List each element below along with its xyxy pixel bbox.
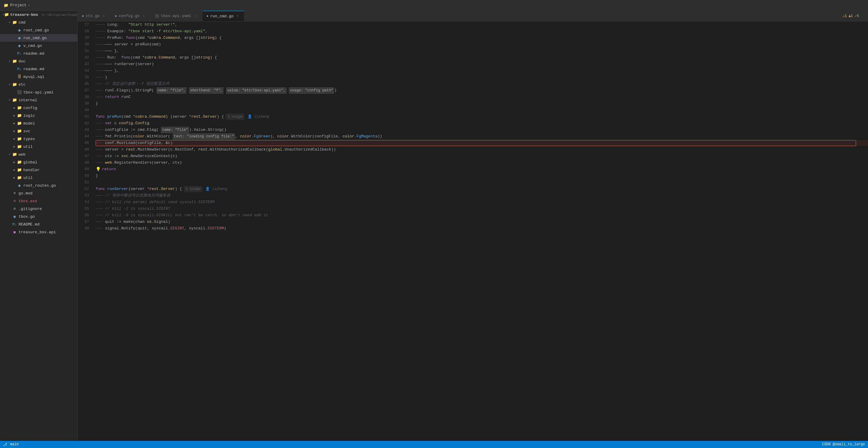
code-line-54: ——— // kill (no param) default send sysc… xyxy=(96,199,868,205)
code-line-40 xyxy=(96,107,868,113)
keyword-token: return xyxy=(102,166,116,173)
tab-ctx.go[interactable]: ●ctx.go× xyxy=(78,11,111,22)
sidebar-item-go.mod[interactable]: ≡go.mod xyxy=(0,189,78,197)
plain-token xyxy=(102,199,105,205)
sidebar-label-root_cmd.go: root_cmd.go xyxy=(23,28,49,33)
sidebar-item-etc-folder[interactable]: ▾📁etc xyxy=(0,81,78,89)
sidebar-item-util-web-folder[interactable]: ▶📁util xyxy=(0,174,78,181)
sidebar-label-root_routes.go: root_routes.go xyxy=(23,183,56,188)
tabs-bar: ●ctx.go×●config.go×⬛tbox-api.yaml×●run_c… xyxy=(78,11,868,22)
line-num-52: 52 xyxy=(78,186,89,192)
code-line-27: ———— Long: "Start http server!", xyxy=(96,22,868,28)
keyword-token: func xyxy=(126,35,135,41)
plain-token: ——— runServer(server) xyxy=(105,61,154,68)
plain-token: runC xyxy=(119,94,131,100)
sidebar-item-config-folder[interactable]: ▶📁config xyxy=(0,104,78,112)
folder-icon-model-folder: 📁 xyxy=(17,121,22,126)
pkg-token: cobra xyxy=(135,113,147,120)
code-line-51 xyxy=(96,179,868,186)
tab-close-ctx.go[interactable]: × xyxy=(101,14,106,19)
type-token: Command xyxy=(159,54,175,61)
file-icon-go.mod: ≡ xyxy=(12,191,17,196)
sidebar-item-readme.md-cmd[interactable]: Μ↓readme.md xyxy=(0,49,78,57)
code-line-31: ——————— }, xyxy=(96,48,868,54)
sidebar-item-handler-folder[interactable]: ▶📁handler xyxy=(0,166,78,174)
tab-tbox-api.yaml[interactable]: ⬛tbox-api.yaml× xyxy=(151,11,202,22)
plain-token xyxy=(102,192,105,199)
sidebar-item-.gitignore[interactable]: ⊘.gitignore xyxy=(0,205,78,213)
tab-close-run_cmd.go[interactable]: × xyxy=(235,14,240,19)
sidebar-item-README.md[interactable]: Μ↓README.md xyxy=(0,220,78,228)
var-token: SIGINT xyxy=(170,225,184,232)
dash-token: ———— xyxy=(96,61,105,68)
sidebar-item-tbox.exe[interactable]: ⊘tbox.exe xyxy=(0,197,78,205)
sidebar-item-svc-folder[interactable]: ▶📁svc xyxy=(0,127,78,135)
sidebar-item-tbox-api.yaml[interactable]: ⬛tbox-api.yaml xyxy=(0,89,78,96)
line-num-57: 57 xyxy=(78,219,89,225)
sidebar-item-internal-folder[interactable]: ▾📁internal xyxy=(0,96,78,104)
type-token: Config xyxy=(135,120,150,127)
root-item[interactable]: ▾ 📁 treasure-box D:\dev\go\workspace\tre… xyxy=(0,11,78,19)
sidebar-item-readme.md-doc[interactable]: Μ↓readme.md xyxy=(0,65,78,73)
editor-content: 2728293031323334353637383940414243444546… xyxy=(78,22,868,441)
plain-token xyxy=(126,28,128,35)
project-chevron[interactable]: ▾ xyxy=(28,4,30,7)
pkg-token: cobra xyxy=(150,35,161,41)
sidebar-tree: ▾📁cmd◉root_cmd.go◉run_cmd.go◉v_cmd.goΜ↓r… xyxy=(0,19,78,236)
plain-token: , xyxy=(235,133,240,140)
sidebar-item-mysql.sql[interactable]: 🗄mysql.sql xyxy=(0,73,78,81)
sidebar-item-logic-folder[interactable]: ▶📁logic xyxy=(0,112,78,119)
sidebar-item-global-folder[interactable]: ▶📁global xyxy=(0,158,78,166)
plain-token: ) (server * xyxy=(165,113,191,120)
dash-token: ——— xyxy=(96,127,102,133)
tab-config.go[interactable]: ●config.go× xyxy=(111,11,151,22)
folder-arrow-internal-folder: ▾ xyxy=(7,98,12,102)
line-num-40: 40 xyxy=(78,107,89,113)
plain-token: . xyxy=(156,54,159,61)
file-icon-treasure_box.api: ◼ xyxy=(12,230,17,235)
tab-run_cmd.go[interactable]: ●run_cmd.go× xyxy=(203,11,245,22)
plain-token: Run: xyxy=(107,54,117,61)
code-line-28: ———— Example: "tbox start -f etc/tbox-ap… xyxy=(96,28,868,35)
sidebar-item-v_cmd.go[interactable]: ◉v_cmd.go xyxy=(0,42,78,49)
tab-label-run_cmd.go: run_cmd.go xyxy=(210,14,234,19)
sidebar-item-model-folder[interactable]: ▶📁model xyxy=(0,119,78,127)
sidebar-item-doc-folder[interactable]: ▾📁doc xyxy=(0,57,78,65)
pkg-token: color xyxy=(343,133,354,140)
sidebar-item-cmd-folder[interactable]: ▾📁cmd xyxy=(0,19,78,26)
folder-arrow-handler-folder: ▶ xyxy=(12,168,17,172)
tab-icon-ctx.go: ● xyxy=(82,14,84,18)
sidebar-item-web-folder[interactable]: ▾📁web xyxy=(0,150,78,158)
folder-arrow-doc-folder: ▾ xyxy=(7,60,12,63)
sidebar: ▾ 📁 treasure-box D:\dev\go\workspace\tre… xyxy=(0,11,78,441)
sidebar-item-util-folder[interactable]: ▶📁util xyxy=(0,143,78,150)
tab-close-config.go[interactable]: × xyxy=(142,14,146,19)
folder-arrow-util-folder: ▶ xyxy=(12,145,17,148)
sidebar-item-tbox.go[interactable]: ◉tbox.go xyxy=(0,213,78,220)
plain-token: . xyxy=(161,35,163,41)
sidebar-item-treasure_box.api[interactable]: ◼treasure_box.api xyxy=(0,228,78,236)
code-line-52: func runServer(server *rest.Server) {1 u… xyxy=(96,186,868,192)
file-icon-tbox.go: ◉ xyxy=(12,214,17,219)
sidebar-label-readme.md-doc: readme.md xyxy=(23,67,44,71)
plain-token: cmd * xyxy=(137,35,149,41)
sidebar-item-run_cmd.go[interactable]: ◉run_cmd.go xyxy=(0,34,78,42)
code-area[interactable]: ———— Long: "Start http server!",———— Exa… xyxy=(92,22,868,441)
editor-area: ●ctx.go×●config.go×⬛tbox-api.yaml×●run_c… xyxy=(78,11,868,441)
type-token: Server xyxy=(161,186,175,192)
sidebar-item-types-folder[interactable]: ▶📁types xyxy=(0,135,78,143)
sidebar-label-logic-folder: logic xyxy=(23,113,35,118)
tab-close-tbox-api.yaml[interactable]: × xyxy=(193,14,198,19)
plain-token: (cmd * xyxy=(121,113,135,120)
function-token: FgMagenta xyxy=(356,133,377,140)
project-title[interactable]: 📁 Project ▾ xyxy=(4,3,30,8)
sidebar-item-root_routes.go[interactable]: ◉root_routes.go xyxy=(0,181,78,189)
dash-token: ———— xyxy=(96,68,105,74)
plain-token: .MustNewServer(c.RestConf, xyxy=(135,146,198,153)
dash-token: ——— xyxy=(96,192,102,199)
sidebar-item-root_cmd.go[interactable]: ◉root_cmd.go xyxy=(0,26,78,34)
code-line-57: ——— quit := make(chan os.Signal) xyxy=(96,219,868,225)
pkg-token: os xyxy=(147,219,152,225)
plain-token: ).Value.String() xyxy=(189,127,226,133)
pkg-token: color xyxy=(240,133,252,140)
